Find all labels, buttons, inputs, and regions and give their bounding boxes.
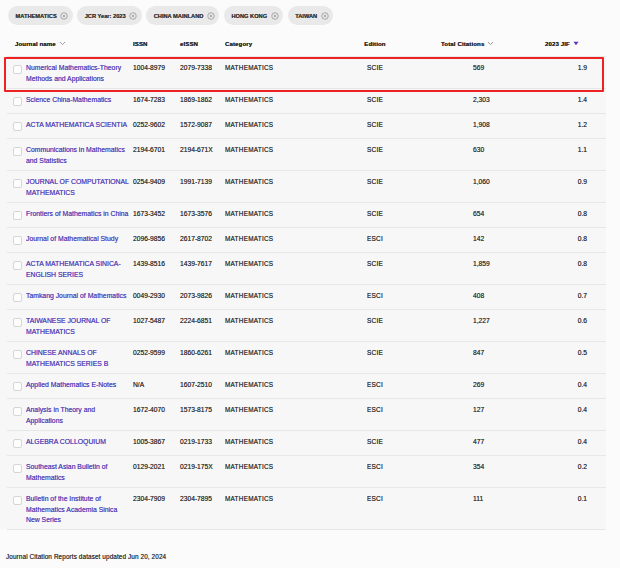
row-checkbox[interactable] <box>13 293 22 302</box>
row-checkbox[interactable] <box>13 211 22 220</box>
journal-name-link[interactable]: JOURNAL OF COMPUTATIONALMATHEMATICS <box>26 177 132 198</box>
column-header-total-citations-label: Total Citations <box>441 40 484 47</box>
jif-cell: 1.1 <box>545 146 587 153</box>
jif-cell: 1.4 <box>545 96 587 103</box>
filter-chip[interactable]: JCR Year: 2023 <box>77 6 142 25</box>
row-checkbox[interactable] <box>13 236 22 245</box>
remove-filter-icon[interactable] <box>60 12 68 20</box>
table-row: ACTA MATHEMATICA SCIENTIA 0252-9602 1572… <box>0 113 606 138</box>
remove-filter-icon[interactable] <box>271 12 279 20</box>
sort-descending-active-icon <box>573 41 579 46</box>
journal-name-link[interactable]: Bulletin of the Institute ofMathematics … <box>26 494 132 526</box>
journal-name-link[interactable]: Applied Mathematics E-Notes <box>26 380 132 391</box>
eissn-cell: 1991-7139 <box>180 178 212 185</box>
remove-filter-icon[interactable] <box>321 12 329 20</box>
journal-name-link[interactable]: Southeast Asian Bulletin ofMathematics <box>26 462 132 483</box>
journal-name-link[interactable]: CHINESE ANNALS OFMATHEMATICS SERIES B <box>26 348 132 369</box>
journal-name-line: Southeast Asian Bulletin of <box>26 462 132 473</box>
issn-cell: 2194-6701 <box>133 146 165 153</box>
category-cell: MATHEMATICS <box>225 96 273 103</box>
total-citations-cell: 1,908 <box>473 121 490 128</box>
row-checkbox[interactable] <box>13 318 22 327</box>
filter-chip-label: MATHEMATICS <box>16 13 57 19</box>
row-checkbox[interactable] <box>13 496 22 505</box>
row-checkbox[interactable] <box>13 122 22 131</box>
table-row: Science China-Mathematics 1674-7283 1869… <box>0 88 606 113</box>
filter-chip[interactable]: CHINA MAINLAND <box>146 6 219 25</box>
row-checkbox[interactable] <box>13 464 22 473</box>
journal-name-line: ALGEBRA COLLOQUIUM <box>26 437 132 448</box>
category-cell: MATHEMATICS <box>225 349 273 356</box>
remove-filter-icon[interactable] <box>207 12 215 20</box>
category-cell: MATHEMATICS <box>225 210 273 217</box>
table-row: Applied Mathematics E-Notes N/A 1607-251… <box>0 373 606 398</box>
journal-name-link[interactable]: Frontiers of Mathematics in China <box>26 209 132 220</box>
table-row: JOURNAL OF COMPUTATIONALMATHEMATICS 0254… <box>0 170 606 202</box>
issn-cell: 1672-4070 <box>133 406 165 413</box>
eissn-cell: 2224-6851 <box>180 317 212 324</box>
column-header-journal-name[interactable]: Journal name <box>15 40 66 47</box>
edition-cell: ESCI <box>330 292 420 299</box>
edition-cell: ESCI <box>330 406 420 413</box>
journal-name-line: ENGLISH SERIES <box>26 270 132 281</box>
jif-cell: 1.2 <box>545 121 587 128</box>
jif-cell: 0.4 <box>545 406 587 413</box>
journal-name-link[interactable]: Science China-Mathematics <box>26 95 132 106</box>
journal-name-line: Numerical Mathematics-Theory <box>26 63 132 74</box>
filter-chip[interactable]: MATHEMATICS <box>8 6 73 25</box>
journal-name-link[interactable]: TAIWANESE JOURNAL OFMATHEMATICS <box>26 316 132 337</box>
table-row: Bulletin of the Institute ofMathematics … <box>0 487 606 529</box>
row-checkbox[interactable] <box>13 261 22 270</box>
remove-filter-icon[interactable] <box>129 12 137 20</box>
jif-cell: 0.4 <box>545 381 587 388</box>
jif-cell: 0.8 <box>545 235 587 242</box>
journal-name-line: JOURNAL OF COMPUTATIONAL <box>26 177 132 188</box>
column-header-issn-label: ISSN <box>133 40 148 47</box>
journal-name-link[interactable]: ACTA MATHEMATICA SCIENTIA <box>26 120 132 131</box>
edition-cell: SCIE <box>330 317 420 324</box>
journal-name-line: ACTA MATHEMATICA SINICA- <box>26 259 132 270</box>
category-cell: MATHEMATICS <box>225 292 273 299</box>
filter-chip[interactable]: HONG KONG <box>224 6 283 25</box>
total-citations-cell: 2,303 <box>473 96 490 103</box>
sort-chevron-icon <box>59 41 66 46</box>
jif-cell: 0.1 <box>545 495 587 502</box>
edition-cell: SCIE <box>330 146 420 153</box>
eissn-cell: 2073-9826 <box>180 292 212 299</box>
table-header-row: Journal name ISSN eISSN Category Edition… <box>0 32 606 56</box>
journal-name-line: Science China-Mathematics <box>26 95 132 106</box>
row-checkbox[interactable] <box>13 382 22 391</box>
jif-cell: 0.8 <box>545 210 587 217</box>
journal-name-link[interactable]: ALGEBRA COLLOQUIUM <box>26 437 132 448</box>
category-cell: MATHEMATICS <box>225 178 273 185</box>
row-checkbox[interactable] <box>13 179 22 188</box>
category-cell: MATHEMATICS <box>225 406 273 413</box>
journal-name-link[interactable]: Numerical Mathematics-TheoryMethods and … <box>26 63 132 84</box>
column-header-2023-jif[interactable]: 2023 JIF <box>545 40 579 47</box>
row-checkbox[interactable] <box>13 147 22 156</box>
jif-cell: 0.4 <box>545 438 587 445</box>
row-checkbox[interactable] <box>13 407 22 416</box>
journal-name-line: Methods and Applications <box>26 74 132 85</box>
journal-name-link[interactable]: Communications in Mathematicsand Statist… <box>26 145 132 166</box>
journal-name-line: MATHEMATICS <box>26 327 132 338</box>
journal-name-link[interactable]: Tamkang Journal of Mathematics <box>26 291 132 302</box>
filter-chip-label: TAIWAN <box>295 13 317 19</box>
eissn-cell: 1572-9087 <box>180 121 212 128</box>
category-cell: MATHEMATICS <box>225 317 273 324</box>
column-header-eissn-label: eISSN <box>180 40 198 47</box>
category-cell: MATHEMATICS <box>225 146 273 153</box>
row-checkbox[interactable] <box>13 65 22 74</box>
journal-name-link[interactable]: Analysis in Theory andApplications <box>26 405 132 426</box>
row-checkbox[interactable] <box>13 350 22 359</box>
edition-cell: SCIE <box>330 349 420 356</box>
journal-name-link[interactable]: ACTA MATHEMATICA SINICA-ENGLISH SERIES <box>26 259 132 280</box>
filter-chip[interactable]: TAIWAN <box>288 6 334 25</box>
issn-cell: 1673-3452 <box>133 210 165 217</box>
journal-name-link[interactable]: Journal of Mathematical Study <box>26 234 132 245</box>
eissn-cell: 0219-175X <box>180 463 213 470</box>
journal-name-line: Applied Mathematics E-Notes <box>26 380 132 391</box>
column-header-total-citations[interactable]: Total Citations <box>441 40 494 47</box>
row-checkbox[interactable] <box>13 439 22 448</box>
row-checkbox[interactable] <box>13 97 22 106</box>
